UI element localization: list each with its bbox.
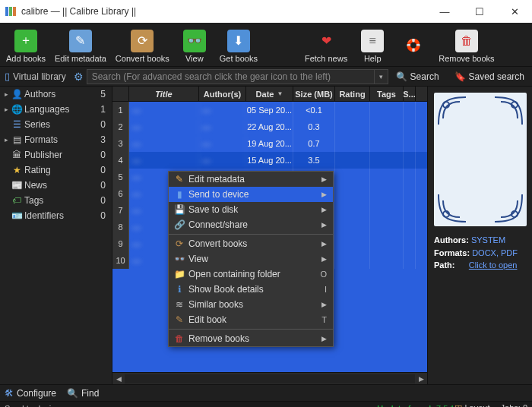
scroll-right-icon[interactable]: ▶: [415, 373, 427, 385]
sidebar-item-identifiers[interactable]: 🪪Identifiers0: [0, 208, 112, 223]
saved-search-label: Saved search: [469, 71, 524, 82]
search-button[interactable]: 🔍 Search: [388, 71, 447, 82]
sidebar-item-tags[interactable]: 🏷Tags0: [0, 193, 112, 208]
remove-books-icon: 🗑: [455, 30, 478, 52]
row-number: 3: [112, 135, 129, 152]
table-row[interactable]: 3——19 Aug 20...0.7: [112, 135, 427, 152]
bottom-bar: 🛠 Configure 🔍 Find: [0, 384, 532, 401]
cell-rating: [335, 102, 370, 118]
scroll-left-icon[interactable]: ◀: [112, 373, 125, 385]
menu-shortcut: I: [325, 285, 327, 294]
toolbar-add-books[interactable]: ＋Add books: [2, 26, 50, 66]
cell-series: [404, 185, 416, 202]
sidebar-item-news[interactable]: 📰News0: [0, 178, 112, 193]
search-bar: ▯ Virtual library ⚙ Search (For advanced…: [0, 67, 532, 87]
table-row[interactable]: 2——22 Aug 20...0.3: [112, 118, 427, 135]
sidebar-item-authors[interactable]: ▸👤Authors5: [0, 87, 112, 102]
menu-item-save-to-disk[interactable]: 💾Save to disk▶: [169, 202, 333, 217]
cell-date: 15 Aug 20...: [246, 152, 293, 169]
category-icon: 📰: [11, 180, 23, 191]
fetch-news-icon: ❤: [315, 30, 337, 52]
sidebar-item-series[interactable]: ☰Series0: [0, 117, 112, 132]
sidebar-item-label: Publisher: [24, 150, 100, 160]
cell-tags: [370, 152, 404, 169]
col-title[interactable]: Title: [129, 87, 199, 101]
layout-icon: ◫: [454, 403, 462, 407]
layout-button[interactable]: ◫ Layout: [454, 403, 489, 407]
update-version[interactable]: 7.5.1: [436, 404, 454, 408]
configure-button[interactable]: 🛠 Configure: [5, 388, 56, 399]
col-series[interactable]: S...: [404, 87, 416, 101]
toolbar-label: Add books: [6, 54, 46, 63]
formats-value[interactable]: DOCX, PDF: [472, 248, 518, 257]
sidebar-item-count: 0: [100, 150, 106, 160]
col-rating[interactable]: Rating: [335, 87, 370, 101]
cell-tags: [370, 135, 404, 152]
menu-item-icon: ✎: [172, 314, 187, 325]
menu-item-send-to-device[interactable]: ▮Send to device▶: [169, 187, 333, 202]
menu-item-remove-books[interactable]: 🗑Remove books▶: [169, 331, 333, 346]
path-value[interactable]: Click to open: [469, 260, 518, 270]
search-dropdown-button[interactable]: ▾: [375, 69, 388, 84]
toolbar-get-books[interactable]: ⬇Get books: [215, 26, 262, 66]
col-authors[interactable]: Author(s): [199, 87, 246, 101]
menu-item-open-containing-folder[interactable]: 📁Open containing folderO: [169, 267, 333, 282]
sidebar-item-languages[interactable]: ▸🌐Languages1: [0, 102, 112, 117]
toolbar-donate[interactable]: 🛟: [393, 26, 434, 66]
cell-authors: —: [199, 135, 246, 152]
table-row[interactable]: 1——05 Sep 20...<0.1: [112, 102, 427, 118]
expand-icon: ▸: [5, 136, 11, 144]
toolbar-fetch-news[interactable]: ❤Fetch news: [300, 26, 352, 66]
menu-item-edit-metadata[interactable]: ✎Edit metadata▶: [169, 172, 333, 187]
chevron-right-icon: ▶: [321, 191, 327, 198]
search-input[interactable]: Search (For advanced search click the ge…: [87, 69, 375, 84]
col-date[interactable]: Date: [246, 87, 293, 101]
toolbar-convert-books[interactable]: ⟳Convert books: [111, 26, 174, 66]
sidebar-item-formats[interactable]: ▸▤Formats3: [0, 132, 112, 147]
sidebar-item-label: Authors: [24, 89, 100, 99]
toolbar-edit-metadata[interactable]: ✎Edit metadata: [50, 26, 111, 66]
menu-item-show-book-details[interactable]: ℹShow Book detailsI: [169, 282, 333, 297]
toolbar-remove-books[interactable]: 🗑Remove books: [434, 26, 499, 66]
cell-tags: [370, 202, 404, 219]
authors-value[interactable]: SYSTEM: [471, 235, 505, 245]
maximize-button[interactable]: ☐: [462, 0, 497, 23]
col-tags[interactable]: Tags: [370, 87, 404, 101]
menu-item-view[interactable]: 👓View▶: [169, 251, 333, 267]
bookmark-icon: 🔖: [454, 71, 466, 82]
menu-item-convert-books[interactable]: ⟳Convert books▶: [169, 236, 333, 251]
menu-item-edit-book[interactable]: ✎Edit bookT: [169, 312, 333, 327]
close-button[interactable]: ✕: [497, 0, 532, 23]
toolbar-view[interactable]: 👓View: [174, 26, 215, 66]
row-number: 1: [112, 102, 129, 118]
cell-tags: [370, 118, 404, 135]
cell-authors: —: [199, 102, 246, 118]
col-number[interactable]: [112, 87, 129, 101]
sidebar-item-rating[interactable]: ★Rating0: [0, 162, 112, 178]
formats-key: Formats:: [434, 248, 470, 257]
menu-item-connect-share[interactable]: 🔗Connect/share▶: [169, 217, 333, 232]
col-size[interactable]: Size (MB): [293, 87, 335, 101]
help-icon: ≡: [361, 30, 384, 52]
authors-key: Authors:: [434, 235, 469, 245]
window-title: calibre — || Calibre Library ||: [21, 6, 427, 17]
chevron-right-icon: ▶: [321, 240, 327, 248]
status-bar: Send to device Update found: 7.5.1 ◫ Lay…: [0, 401, 532, 407]
jobs-indicator[interactable]: Jobs: 0: [501, 403, 527, 407]
table-row[interactable]: 4——15 Aug 20...3.5: [112, 152, 427, 169]
horizontal-scrollbar[interactable]: ◀ ▶: [112, 372, 427, 384]
sidebar-item-publisher[interactable]: 🏛Publisher0: [0, 147, 112, 162]
cell-rating: [335, 235, 370, 252]
menu-item-similar-books[interactable]: ≋Similar books▶: [169, 297, 333, 312]
sidebar-item-label: Series: [24, 119, 100, 130]
cell-rating: [335, 135, 370, 152]
sidebar-item-label: Tags: [24, 195, 100, 206]
find-button[interactable]: 🔍 Find: [67, 388, 99, 399]
menu-item-label: Save to disk: [188, 204, 321, 215]
minimize-button[interactable]: —: [427, 0, 462, 23]
virtual-library-button[interactable]: ▯ Virtual library: [0, 71, 71, 82]
toolbar-help[interactable]: ≡Help: [352, 26, 393, 66]
cell-date: 05 Sep 20...: [246, 102, 293, 118]
gear-icon[interactable]: ⚙: [71, 71, 87, 83]
saved-search-button[interactable]: 🔖 Saved search: [447, 71, 532, 82]
